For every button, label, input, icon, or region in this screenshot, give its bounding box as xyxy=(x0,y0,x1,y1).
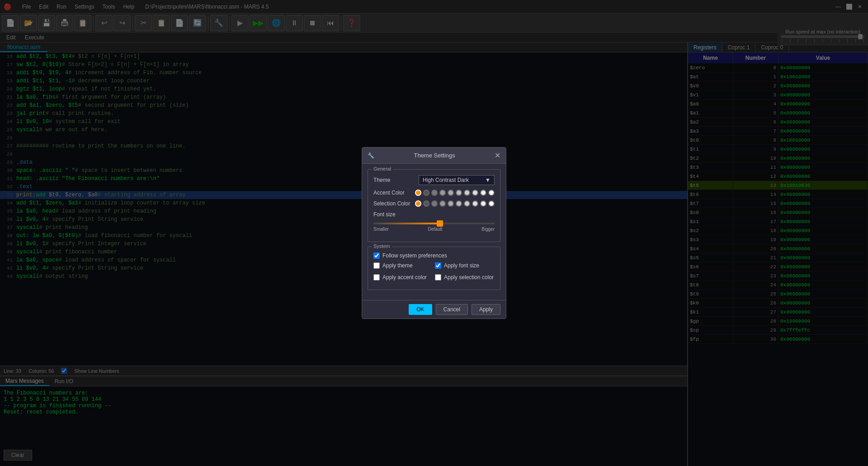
apply-selection-row: Apply selection color xyxy=(435,274,495,281)
accent-color-dot-4[interactable] xyxy=(448,190,454,196)
apply-selection-checkbox[interactable] xyxy=(435,274,441,281)
modal-close-button[interactable]: ✕ xyxy=(495,151,500,160)
theme-select[interactable]: High Contrast Dark ▼ xyxy=(419,175,495,185)
apply-theme-checkbox[interactable] xyxy=(373,262,380,269)
theme-settings-modal: 🔧 Theme Settings ✕ General Theme High Co… xyxy=(362,147,506,319)
modal-header: 🔧 Theme Settings ✕ xyxy=(362,147,506,164)
apply-font-checkbox[interactable] xyxy=(435,262,441,269)
system-section: System Follow system preferences Apply t… xyxy=(368,247,500,290)
accent-color-dot-1[interactable] xyxy=(423,190,429,196)
accent-color-dot-3[interactable] xyxy=(439,190,446,196)
accent-color-dot-8[interactable] xyxy=(480,190,486,196)
ok-button[interactable]: OK xyxy=(409,304,432,315)
modal-overlay: 🔧 Theme Settings ✕ General Theme High Co… xyxy=(0,0,868,466)
selection-color-dot-white[interactable] xyxy=(488,200,495,207)
accent-color-label: Accent Color xyxy=(373,190,415,196)
apply-font-row: Apply font size xyxy=(435,262,495,269)
selection-color-dot-7[interactable] xyxy=(472,200,478,207)
accent-color-dot-5[interactable] xyxy=(456,190,462,196)
selection-color-dot-orange[interactable] xyxy=(415,200,421,207)
theme-value: High Contrast Dark xyxy=(423,177,469,183)
apply-theme-label[interactable]: Apply theme xyxy=(382,262,413,269)
font-label-default: Default xyxy=(428,227,443,232)
general-section-label: General xyxy=(372,166,393,171)
follow-sys-row: Follow system preferences xyxy=(373,252,495,259)
wrench-icon: 🔧 xyxy=(368,152,374,159)
apply-accent-label[interactable]: Apply accent color xyxy=(382,274,427,281)
font-size-label: Font size xyxy=(373,211,419,218)
selection-color-dot-8[interactable] xyxy=(480,200,486,207)
font-labels: Smaller Default Bigger xyxy=(373,227,495,232)
follow-sys-checkbox[interactable] xyxy=(373,252,380,259)
apply-button[interactable]: Apply xyxy=(472,304,500,315)
apply-accent-checkbox[interactable] xyxy=(373,274,380,281)
selection-color-dot-3[interactable] xyxy=(439,200,446,207)
selection-color-label: Selection Color xyxy=(373,200,415,207)
accent-color-dots xyxy=(415,190,495,196)
selection-color-dots xyxy=(415,200,495,207)
font-slider-container: Smaller Default Bigger xyxy=(373,219,495,232)
selection-color-dot-4[interactable] xyxy=(448,200,454,207)
selection-color-dot-6[interactable] xyxy=(464,200,470,207)
theme-dropdown-icon: ▼ xyxy=(485,177,491,183)
apply-font-label[interactable]: Apply font size xyxy=(444,262,479,269)
accent-color-dot-orange[interactable] xyxy=(415,190,421,196)
theme-label: Theme xyxy=(373,177,419,183)
system-checkboxes-grid: Apply theme Apply font size Apply accent… xyxy=(373,262,495,284)
font-label-smaller: Smaller xyxy=(373,227,389,232)
modal-body: General Theme High Contrast Dark ▼ Accen… xyxy=(362,164,506,300)
general-section: General Theme High Contrast Dark ▼ Accen… xyxy=(368,169,500,242)
modal-title: Theme Settings xyxy=(414,152,455,159)
apply-accent-row: Apply accent color xyxy=(373,274,433,281)
theme-row: Theme High Contrast Dark ▼ xyxy=(373,175,495,185)
cancel-button[interactable]: Cancel xyxy=(436,304,468,315)
accent-color-dot-white[interactable] xyxy=(488,190,495,196)
accent-color-row: Accent Color xyxy=(373,190,495,196)
system-section-label: System xyxy=(372,243,392,249)
font-label-bigger: Bigger xyxy=(481,227,495,232)
accent-color-dot-7[interactable] xyxy=(472,190,478,196)
accent-color-dot-6[interactable] xyxy=(464,190,470,196)
selection-color-row: Selection Color xyxy=(373,200,495,207)
follow-sys-label[interactable]: Follow system preferences xyxy=(382,252,447,259)
apply-theme-row: Apply theme xyxy=(373,262,433,269)
apply-selection-label[interactable]: Apply selection color xyxy=(444,274,494,281)
font-size-row: Font size Smaller Default Bigger xyxy=(373,211,495,232)
accent-color-dot-2[interactable] xyxy=(431,190,438,196)
modal-footer: OK Cancel Apply xyxy=(362,300,506,319)
selection-color-dot-5[interactable] xyxy=(456,200,462,207)
selection-color-dot-1[interactable] xyxy=(423,200,429,207)
font-size-slider[interactable] xyxy=(373,223,495,224)
selection-color-dot-2[interactable] xyxy=(431,200,438,207)
